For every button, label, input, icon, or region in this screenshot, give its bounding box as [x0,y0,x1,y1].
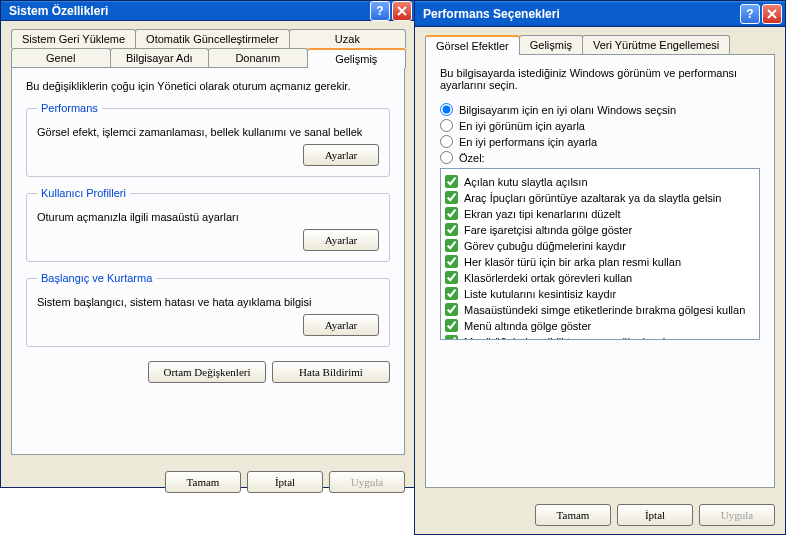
radio-let-windows[interactable]: Bilgisayarım için en iyi olanı Windows s… [440,103,760,116]
ok-button[interactable]: Tamam [165,471,241,493]
visual-effect-item[interactable]: Fare işaretçisi altında gölge göster [445,223,755,236]
visual-effect-label: Masaüstündeki simge etiketlerinde bırakm… [464,304,745,316]
radio-label: En iyi görünüm için ayarla [459,120,585,132]
performance-desc: Görsel efekt, işlemci zamanlaması, belle… [37,126,379,138]
visual-effect-item[interactable]: Her klasör türü için bir arka plan resmi… [445,255,755,268]
visual-effect-item[interactable]: Liste kutularını kesintisiz kaydır [445,287,755,300]
tab-dep[interactable]: Veri Yürütme Engellemesi [582,35,730,54]
startup-recovery-legend: Başlangıç ve Kurtarma [37,272,156,284]
visual-effect-item[interactable]: Araç İpuçları görüntüye azaltarak ya da … [445,191,755,204]
visual-effect-label: Açılan kutu slaytla açılsın [464,176,588,188]
tab-general[interactable]: Genel [11,48,111,67]
visual-effect-label: Araç İpuçları görüntüye azaltarak ya da … [464,192,721,204]
radio-input-best-performance[interactable] [440,135,453,148]
error-report-button[interactable]: Hata Bildirimi [272,361,390,383]
visual-effect-label: Görev çubuğu düğmelerini kaydır [464,240,626,252]
cancel-button[interactable]: İptal [617,504,693,526]
tab-computer-name[interactable]: Bilgisayar Adı [110,48,210,67]
titlebar[interactable]: Sistem Özellikleri ? [1,1,415,21]
visual-effect-label: Ekran yazı tipi kenarlarını düzelt [464,208,621,220]
visual-effect-item[interactable]: Masaüstündeki simge etiketlerinde bırakm… [445,303,755,316]
system-properties-window: Sistem Özellikleri ? Sistem Geri Yükleme… [0,0,416,488]
visual-effect-checkbox[interactable] [445,271,458,284]
tabs-container: Görsel Efektler Gelişmiş Veri Yürütme En… [425,35,775,54]
radio-label: Özel: [459,152,485,164]
window-content: Görsel Efektler Gelişmiş Veri Yürütme En… [415,27,785,496]
visual-effect-checkbox[interactable] [445,319,458,332]
visual-effect-label: Menü altında gölge göster [464,320,591,332]
tab-remote[interactable]: Uzak [289,29,406,48]
visual-effect-item[interactable]: Görev çubuğu düğmelerini kaydır [445,239,755,252]
close-button[interactable] [762,4,782,24]
visual-effect-checkbox[interactable] [445,287,458,300]
dialog-buttons: Tamam İptal Uygula [415,496,785,534]
close-button[interactable] [392,1,412,21]
visual-effect-checkbox[interactable] [445,303,458,316]
visual-effect-label: Klasörlerdeki ortak görevleri kullan [464,272,632,284]
radio-best-appearance[interactable]: En iyi görünüm için ayarla [440,119,760,132]
tab-advanced[interactable]: Gelişmiş [307,48,407,68]
visual-effect-checkbox[interactable] [445,239,458,252]
startup-recovery-group: Başlangıç ve Kurtarma Sistem başlangıcı,… [26,272,390,347]
visual-effect-label: Liste kutularını kesintisiz kaydır [464,288,616,300]
apply-button[interactable]: Uygula [699,504,775,526]
radio-custom[interactable]: Özel: [440,151,760,164]
env-vars-button[interactable]: Ortam Değişkenleri [148,361,266,383]
intro-text: Bu değişikliklerin çoğu için Yönetici ol… [26,80,390,92]
visual-effect-item[interactable]: Menü öğeleri seçildikten sonra gölgelens… [445,335,755,340]
radio-input-custom[interactable] [440,151,453,164]
visual-effect-label: Fare işaretçisi altında gölge göster [464,224,632,236]
cancel-button[interactable]: İptal [247,471,323,493]
tab-panel-visual-effects: Bu bilgisayarda istediğiniz Windows görü… [425,54,775,488]
visual-effects-list[interactable]: Açılan kutu slaytla açılsınAraç İpuçları… [440,168,760,340]
radio-label: Bilgisayarım için en iyi olanı Windows s… [459,104,676,116]
tab-panel-advanced: Bu değişikliklerin çoğu için Yönetici ol… [11,67,405,455]
performance-legend: Performans [37,102,102,114]
visual-effect-checkbox[interactable] [445,175,458,188]
tab-advanced[interactable]: Gelişmiş [519,35,583,54]
visual-effect-checkbox[interactable] [445,335,458,340]
radio-input-best-appearance[interactable] [440,119,453,132]
ok-button[interactable]: Tamam [535,504,611,526]
performance-group: Performans Görsel efekt, işlemci zamanla… [26,102,390,177]
dialog-buttons: Tamam İptal Uygula [1,463,415,501]
radio-label: En iyi performans için ayarla [459,136,597,148]
visual-effect-item[interactable]: Menü altında gölge göster [445,319,755,332]
user-profiles-legend: Kullanıcı Profilleri [37,187,130,199]
window-content: Sistem Geri Yükleme Otomatik Güncelleşti… [1,21,415,463]
startup-recovery-desc: Sistem başlangıcı, sistem hatası ve hata… [37,296,379,308]
user-profiles-group: Kullanıcı Profilleri Oturum açmanızla il… [26,187,390,262]
user-profiles-desc: Oturum açmanızla ilgili masaüstü ayarlar… [37,211,379,223]
window-title: Performans Seçenekleri [423,7,738,21]
performance-settings-button[interactable]: Ayarlar [303,144,379,166]
visual-effect-checkbox[interactable] [445,191,458,204]
visual-effect-item[interactable]: Klasörlerdeki ortak görevleri kullan [445,271,755,284]
user-profiles-settings-button[interactable]: Ayarlar [303,229,379,251]
tab-auto-updates[interactable]: Otomatik Güncelleştirmeler [135,29,290,48]
visual-effect-item[interactable]: Ekran yazı tipi kenarlarını düzelt [445,207,755,220]
tab-hardware[interactable]: Donanım [208,48,308,67]
visual-effect-checkbox[interactable] [445,255,458,268]
help-button[interactable]: ? [370,1,390,21]
window-title: Sistem Özellikleri [9,4,368,18]
visual-effect-label: Menü öğeleri seçildikten sonra gölgelens… [464,336,671,341]
visual-effect-checkbox[interactable] [445,207,458,220]
startup-recovery-settings-button[interactable]: Ayarlar [303,314,379,336]
radio-best-performance[interactable]: En iyi performans için ayarla [440,135,760,148]
radio-input-let-windows[interactable] [440,103,453,116]
performance-options-window: Performans Seçenekleri ? Görsel Efektler… [414,0,786,535]
intro-text: Bu bilgisayarda istediğiniz Windows görü… [440,67,760,91]
visual-effect-label: Her klasör türü için bir arka plan resmi… [464,256,681,268]
titlebar[interactable]: Performans Seçenekleri ? [415,1,785,27]
help-button[interactable]: ? [740,4,760,24]
visual-effect-item[interactable]: Açılan kutu slaytla açılsın [445,175,755,188]
tab-visual-effects[interactable]: Görsel Efektler [425,35,520,55]
apply-button[interactable]: Uygula [329,471,405,493]
visual-effect-checkbox[interactable] [445,223,458,236]
tabs-container: Sistem Geri Yükleme Otomatik Güncelleşti… [11,29,405,67]
tab-system-restore[interactable]: Sistem Geri Yükleme [11,29,136,48]
